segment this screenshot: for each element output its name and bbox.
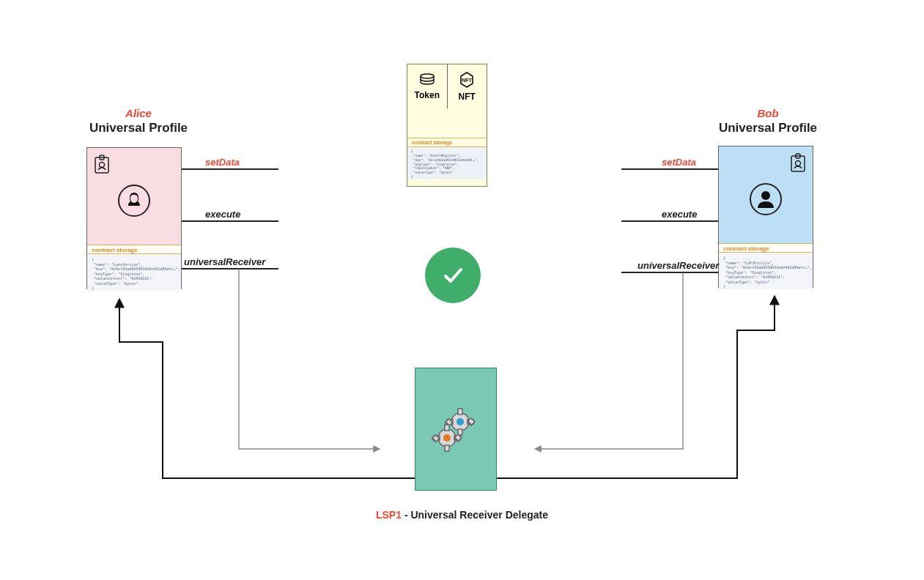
alice-execute-label: execute	[205, 209, 240, 220]
token-storage-label: contract storage	[407, 138, 487, 147]
bob-setdata-label: setData	[662, 157, 696, 168]
bob-ur-label: universalReceiver	[637, 260, 719, 271]
urd-box	[415, 368, 497, 491]
alice-subtitle: Universal Profile	[65, 121, 212, 135]
svg-point-7	[421, 74, 434, 78]
bob-profile-card: contract storage { "name": "LSP3Profile"…	[718, 146, 813, 288]
bob-execute-line	[621, 220, 718, 222]
svg-rect-11	[458, 429, 462, 435]
alice-ur-line	[182, 268, 278, 269]
token-storage-body: { "name": "AssetRegister", "key": "0x1af…	[407, 147, 487, 179]
svg-point-18	[457, 418, 464, 425]
nft-col: NFT NFT	[448, 64, 487, 108]
token-col: Token	[407, 64, 448, 108]
diagram-canvas: Alice Universal Profile contract storage…	[0, 0, 924, 580]
alice-execute-line	[182, 220, 278, 222]
alice-setdata-label: setData	[205, 157, 240, 168]
bob-storage-label: contract storage	[719, 243, 813, 253]
svg-point-2	[100, 163, 105, 168]
svg-point-6	[761, 191, 770, 200]
gears-icon	[426, 400, 485, 458]
check-circle	[425, 248, 481, 303]
female-avatar-icon	[118, 185, 150, 217]
bob-card-top	[719, 146, 813, 243]
nft-label: NFT	[459, 92, 476, 102]
token-nft-row: Token NFT NFT	[407, 64, 487, 108]
svg-rect-21	[445, 445, 449, 451]
bob-setdata-line	[621, 168, 718, 170]
bob-subtitle: Universal Profile	[695, 121, 841, 135]
alice-ur-label: universalReceiver	[184, 256, 265, 267]
token-nft-card: Token NFT NFT contract storage { "name":…	[407, 64, 487, 187]
svg-point-28	[443, 434, 451, 442]
bob-execute-label: execute	[662, 209, 697, 220]
alice-title: Alice Universal Profile	[65, 107, 212, 135]
alice-name: Alice	[65, 107, 212, 119]
caption-lsp: LSP1	[376, 509, 402, 521]
bob-ur-line	[621, 272, 718, 273]
alice-profile-card: contract storage { "name": "LukeVersion"…	[86, 147, 182, 289]
nft-hex-icon: NFT	[458, 71, 476, 89]
svg-rect-10	[458, 409, 462, 414]
svg-text:NFT: NFT	[462, 78, 472, 83]
alice-storage-body: { "name": "LukeVersion", "key": "0x5ef83…	[87, 254, 181, 291]
alice-card-top	[87, 148, 181, 245]
bob-title: Bob Universal Profile	[695, 107, 841, 135]
bob-storage-body: { "name": "LSP3Profile", "key": "0x5ef83…	[719, 253, 813, 289]
id-badge-icon	[789, 152, 807, 173]
alice-storage-label: contract storage	[87, 245, 181, 254]
token-label: Token	[415, 90, 440, 100]
male-avatar-icon	[750, 183, 782, 215]
caption-rest: - Universal Receiver Delegate	[402, 509, 548, 521]
coins-icon	[418, 72, 436, 87]
id-badge-icon	[93, 154, 111, 174]
svg-rect-20	[445, 425, 449, 431]
svg-point-5	[796, 161, 801, 166]
bob-name: Bob	[695, 107, 841, 119]
caption: LSP1 - Universal Receiver Delegate	[0, 509, 924, 521]
check-icon	[438, 261, 467, 290]
alice-setdata-line	[182, 168, 278, 170]
